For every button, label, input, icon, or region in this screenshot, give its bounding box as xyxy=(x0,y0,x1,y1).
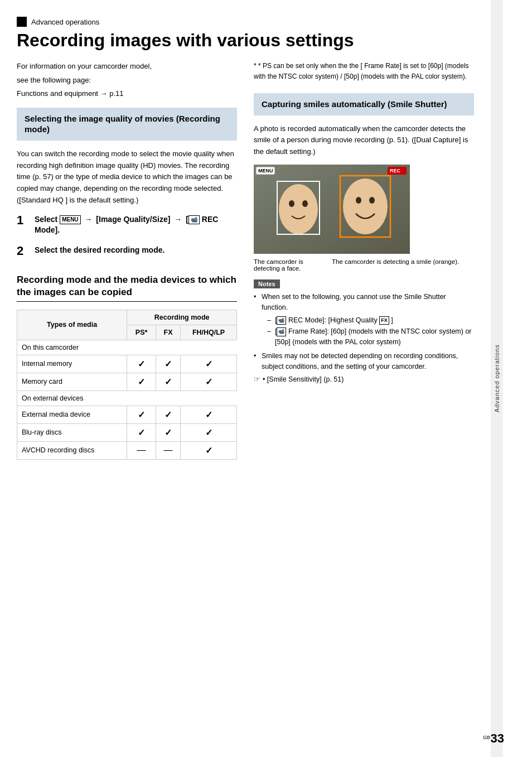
row5-label: AVCHD recording discs xyxy=(17,441,127,459)
advanced-ops-label: Advanced operations xyxy=(17,17,474,27)
rec-mode-sub-icon: 📹 xyxy=(277,316,286,325)
note-item-2: Smiles may not be detected depending on … xyxy=(254,351,474,372)
note-2-text: Smiles may not be detected depending on … xyxy=(262,352,458,370)
row5-fx: — xyxy=(156,441,180,459)
main-content: Advanced operations Recording images wit… xyxy=(0,0,491,757)
arrow-icon-2: → xyxy=(174,214,182,225)
step-num-2: 2 xyxy=(17,244,29,258)
row5-ps: — xyxy=(127,441,156,459)
table-row-avchd: AVCHD recording discs — — ✓ xyxy=(17,441,237,459)
right-column: * * PS can be set only when the the [ Fr… xyxy=(254,61,474,460)
gb-label: GB xyxy=(483,735,490,740)
note-item-1: When set to the following, you cannot us… xyxy=(254,292,474,348)
recording-mode-body: You can switch the recording mode to sel… xyxy=(17,148,237,206)
row1-ps: ✓ xyxy=(127,355,156,373)
notes-label: Notes xyxy=(254,279,280,288)
svg-point-7 xyxy=(369,197,375,204)
camera-viewfinder-svg: MENU REC xyxy=(254,165,410,254)
table-row-external-media: External media device ✓ ✓ ✓ xyxy=(17,406,237,423)
svg-point-6 xyxy=(356,197,361,204)
table-row-group2: On external devices xyxy=(17,390,237,406)
row4-label: Blu-ray discs xyxy=(17,423,127,441)
smile-body: A photo is recorded automatically when t… xyxy=(254,123,474,158)
intro-link: Functions and equipment → p.11 xyxy=(17,89,237,98)
table-header-fh: FH/HQ/LP xyxy=(181,325,237,340)
table-header-ps: PS* xyxy=(127,325,156,340)
page-number: 33 xyxy=(491,731,504,746)
table-row-internal-memory: Internal memory ✓ ✓ ✓ xyxy=(17,355,237,373)
ps-note: * * PS can be set only when the the [ Fr… xyxy=(254,61,474,82)
page-container: Advanced operations Recording images wit… xyxy=(0,0,532,757)
left-column: For information on your camcorder model,… xyxy=(17,61,237,460)
row1-label: Internal memory xyxy=(17,355,127,373)
recording-mode-table: Types of media Recording mode PS* FX FH/… xyxy=(17,310,237,460)
row1-fh: ✓ xyxy=(181,355,237,373)
caption-row: The camcorder is detecting a face. The c… xyxy=(254,258,474,272)
table-header-recording-mode: Recording mode xyxy=(127,310,237,325)
ps-note-text: * PS can be set only when the the [ Fram… xyxy=(254,62,469,80)
sidebar-label: Advanced operations xyxy=(494,344,500,412)
fx-box-icon: FX xyxy=(379,316,389,325)
row2-ps: ✓ xyxy=(127,373,156,390)
row2-fh: ✓ xyxy=(181,373,237,390)
smile-image-container: MENU REC xyxy=(254,165,410,254)
svg-point-2 xyxy=(279,184,318,234)
right-sidebar: Advanced operations xyxy=(491,0,503,757)
step-2: 2 Select the desired recording mode. xyxy=(17,244,237,258)
see-also-row: ☞ • [Smile Sensitivity] (p. 51) xyxy=(254,375,474,383)
table-header-fx: FX xyxy=(156,325,180,340)
step-1: 1 Select MENU → [Image Quality/Size] → [… xyxy=(17,213,237,236)
subheading-recording-mode: Recording mode and the media devices to … xyxy=(17,274,237,298)
row2-fx: ✓ xyxy=(156,373,180,390)
subheading-divider xyxy=(17,301,237,302)
row4-fx: ✓ xyxy=(156,423,180,441)
step-num-1: 1 xyxy=(17,213,29,228)
svg-text:REC: REC xyxy=(390,168,401,173)
main-title: Recording images with various settings xyxy=(17,30,474,51)
group2-header: On external devices xyxy=(17,390,237,406)
smile-shutter-header: Capturing smiles automatically (Smile Sh… xyxy=(254,93,474,115)
svg-point-4 xyxy=(289,200,294,207)
see-also-text: • [Smile Sensitivity] (p. 51) xyxy=(263,375,344,383)
note-1-sublist: [📹 REC Mode]: [Highest Quality FX ] [📹 F… xyxy=(262,315,474,348)
intro-text-line1: For information on your camcorder model, xyxy=(17,61,237,72)
advanced-ops-text: Advanced operations xyxy=(31,18,99,26)
arrow-icon-1: → xyxy=(84,214,92,225)
group1-header: On this camcorder xyxy=(17,340,237,355)
two-column-layout: For information on your camcorder model,… xyxy=(17,61,474,460)
menu-icon: MENU xyxy=(60,215,80,224)
row3-ps: ✓ xyxy=(127,406,156,423)
notes-box: Notes When set to the following, you can… xyxy=(254,279,474,383)
table-row-bluray: Blu-ray discs ✓ ✓ ✓ xyxy=(17,423,237,441)
table-row-memory-card: Memory card ✓ ✓ ✓ xyxy=(17,373,237,390)
sub-note-1-2: [📹 Frame Rate]: [60p] (models with the N… xyxy=(267,326,474,348)
rec-mode-icon: 📹 xyxy=(188,215,200,224)
table-row-group1: On this camcorder xyxy=(17,340,237,355)
row5-fh: ✓ xyxy=(181,441,237,459)
row3-fx: ✓ xyxy=(156,406,180,423)
svg-point-5 xyxy=(302,200,308,207)
section-header-recording-mode: Selecting the image quality of movies (R… xyxy=(17,108,237,141)
row3-label: External media device xyxy=(17,406,127,423)
black-square-icon xyxy=(17,17,27,27)
step-1-text: Select MENU → [Image Quality/Size] → [📹 … xyxy=(35,213,237,236)
table-header-types: Types of media xyxy=(17,310,127,340)
frame-rate-icon: 📹 xyxy=(277,327,286,336)
note-1-text: When set to the following, you cannot us… xyxy=(262,293,446,311)
sub-note-1-1: [📹 REC Mode]: [Highest Quality FX ] xyxy=(267,315,474,326)
step-2-text: Select the desired recording mode. xyxy=(35,244,165,256)
caption-detecting-face: The camcorder is detecting a face. xyxy=(254,258,321,272)
row4-ps: ✓ xyxy=(127,423,156,441)
intro-text-line2: see the following page: xyxy=(17,75,237,86)
row1-fx: ✓ xyxy=(156,355,180,373)
svg-point-3 xyxy=(343,179,388,234)
notes-list: When set to the following, you cannot us… xyxy=(254,292,474,372)
asterisk: * xyxy=(254,62,257,70)
caption-detecting-smile: The camcorder is detecting a smile (oran… xyxy=(332,258,474,272)
row4-fh: ✓ xyxy=(181,423,237,441)
svg-text:MENU: MENU xyxy=(258,168,273,173)
row2-label: Memory card xyxy=(17,373,127,390)
tel-icon: ☞ xyxy=(254,375,260,383)
row3-fh: ✓ xyxy=(181,406,237,423)
